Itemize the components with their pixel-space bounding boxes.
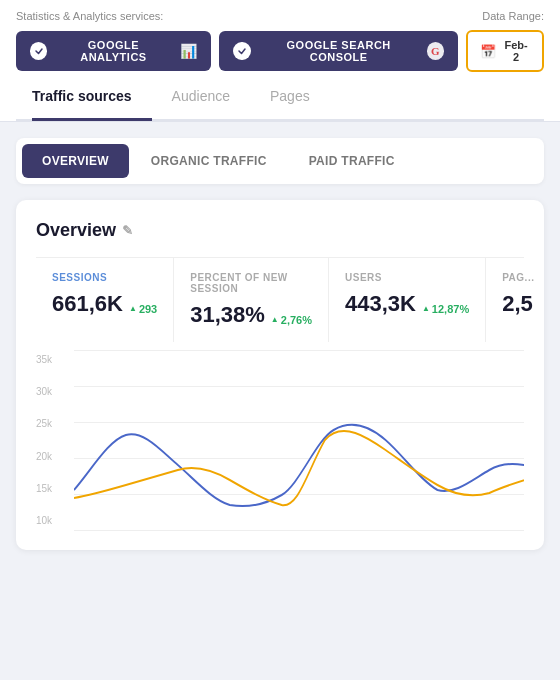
check-icon-analytics [30,42,47,60]
google-analytics-label: GOOGLE ANALYTICS [55,39,171,63]
edit-icon: ✎ [122,223,133,238]
google-search-console-button[interactable]: GOOGLE SEARCH CONSOLE G [219,31,458,71]
overview-card: Overview ✎ SESSIONS 661,6K 293 PERCENT O… [16,200,544,550]
sub-tab-organic-traffic[interactable]: ORGANIC TRAFFIC [131,144,287,178]
users-value: 443,3K 12,87% [345,291,469,317]
metrics-row: SESSIONS 661,6K 293 PERCENT OF NEW SESSI… [36,257,524,342]
chart-svg [74,350,524,530]
pageviews-label: PAG... [502,272,560,283]
users-change: 12,87% [422,303,469,315]
main-tabs-nav: Traffic sources Audience Pages [16,72,544,121]
services-label-row: Statistics & Analytics services: Data Ra… [16,10,544,22]
chart-label-25k: 25k [36,418,52,429]
percent-new-session-change: 2,76% [271,314,312,326]
analytics-chart-icon: 📊 [180,43,198,59]
sessions-label: SESSIONS [52,272,157,283]
users-label: USERS [345,272,469,283]
top-bar: Statistics & Analytics services: Data Ra… [0,0,560,122]
chart-label-10k: 10k [36,515,52,526]
metric-users: USERS 443,3K 12,87% [329,258,486,342]
chart-area: 35k 30k 25k 20k 15k 10k [36,350,524,550]
percent-new-session-value: 31,38% 2,76% [190,302,312,328]
services-label-text: Statistics & Analytics services: [16,10,163,22]
chart-label-15k: 15k [36,483,52,494]
metric-percent-new-session: PERCENT OF NEW SESSION 31,38% 2,76% [174,258,329,342]
sub-tab-overview[interactable]: OVERVIEW [22,144,129,178]
metric-sessions: SESSIONS 661,6K 293 [36,258,174,342]
tab-traffic-sources[interactable]: Traffic sources [32,72,152,121]
content-area: OVERVIEW ORGANIC TRAFFIC PAID TRAFFIC Ov… [0,122,560,566]
pageviews-value: 2,5 [502,291,560,317]
percent-new-session-label: PERCENT OF NEW SESSION [190,272,312,294]
tab-pages[interactable]: Pages [250,72,330,121]
data-range-label: Data Range: [482,10,544,22]
chart-label-35k: 35k [36,354,52,365]
sessions-value: 661,6K 293 [52,291,157,317]
calendar-icon: 📅 [480,44,496,59]
chart-label-20k: 20k [36,451,52,462]
services-row: GOOGLE ANALYTICS 📊 GOOGLE SEARCH CONSOLE… [16,30,544,72]
google-search-console-label: GOOGLE SEARCH CONSOLE [259,39,419,63]
sessions-change: 293 [129,303,157,315]
sub-tabs-container: OVERVIEW ORGANIC TRAFFIC PAID TRAFFIC [16,138,544,184]
google-analytics-button[interactable]: GOOGLE ANALYTICS 📊 [16,31,211,71]
overview-title: Overview ✎ [36,220,524,241]
sub-tab-paid-traffic[interactable]: PAID TRAFFIC [289,144,415,178]
date-range-value: Feb-2 [502,39,530,63]
date-range-button[interactable]: 📅 Feb-2 [466,30,544,72]
metric-pageviews: PAG... 2,5 [486,258,560,342]
chart-label-30k: 30k [36,386,52,397]
check-icon-console [233,42,250,60]
tab-audience[interactable]: Audience [152,72,250,121]
chart-y-labels: 35k 30k 25k 20k 15k 10k [36,350,60,530]
gsc-g-icon: G [427,42,444,60]
